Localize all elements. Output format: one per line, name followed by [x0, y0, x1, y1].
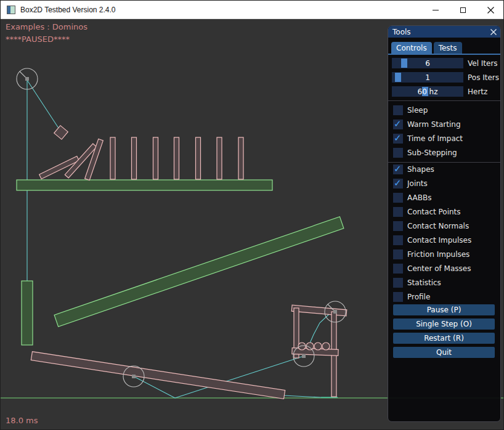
checkbox-label: Joints: [407, 179, 428, 188]
tools-panel-titlebar[interactable]: Tools: [388, 26, 500, 38]
checkbox-sub-stepping[interactable]: Sub-Stepping: [393, 147, 457, 158]
close-icon: [490, 29, 497, 35]
checkbox-box[interactable]: [393, 221, 403, 231]
vel-iters-value: 6: [392, 58, 463, 68]
pos-iters-label: Pos Iters: [468, 73, 499, 82]
vel-iters-slider-row: 6Vel Iters: [392, 58, 498, 68]
checkbox-label: Sleep: [407, 106, 428, 115]
hertz-slider[interactable]: 60 hz: [392, 86, 463, 97]
tools-panel-title: Tools: [392, 28, 411, 36]
checkbox-box[interactable]: [393, 264, 403, 274]
window-titlebar: Box2D Testbed Version 2.4.0: [1, 1, 504, 19]
upright-domino: [132, 137, 137, 179]
window-title: Box2D Testbed Version 2.4.0: [20, 6, 116, 14]
checkbox-box[interactable]: [393, 148, 403, 158]
check-icon: ✓: [394, 132, 402, 144]
joint-anchors: [25, 77, 337, 378]
checkbox-label: Warm Starting: [407, 120, 461, 129]
checkbox-contact-impulses[interactable]: Contact Impulses: [393, 235, 471, 245]
checkbox-profile[interactable]: Profile: [393, 291, 430, 302]
checkbox-center-of-masses[interactable]: Center of Masses: [393, 263, 471, 274]
checkbox-contact-points[interactable]: Contact Points: [393, 206, 461, 217]
hertz-slider-row: 60 hzHertz: [392, 86, 487, 97]
app-icon: [7, 6, 15, 14]
checkbox-shapes[interactable]: ✓Shapes: [393, 164, 434, 174]
checkbox-box[interactable]: [393, 193, 403, 203]
checkbox-label: AABBs: [407, 193, 431, 202]
minimize-icon: [433, 10, 439, 10]
frame-time-label: 18.0 ms: [6, 416, 38, 425]
domino-platform: [17, 180, 272, 190]
ball: [314, 343, 322, 350]
checkbox-friction-impulses[interactable]: Friction Impulses: [393, 249, 469, 259]
check-icon: ✓: [394, 177, 402, 189]
checkbox-aabbs[interactable]: AABBs: [393, 192, 431, 203]
checkbox-time-of-impact[interactable]: ✓Time of Impact: [393, 133, 463, 144]
checkbox-contact-normals[interactable]: Contact Normals: [393, 221, 469, 231]
restart-r-button[interactable]: Restart (R): [393, 333, 495, 344]
paused-label: ****PAUSED****: [6, 34, 70, 44]
minimize-button[interactable]: [421, 1, 449, 19]
seesaw-plank: [31, 352, 285, 399]
check-icon: ✓: [394, 118, 402, 129]
upright-domino: [174, 137, 179, 179]
app-window: Box2D Testbed Version 2.4.0: [0, 0, 504, 430]
checkbox-box[interactable]: [393, 292, 403, 302]
checkbox-box[interactable]: [393, 207, 403, 217]
checkbox-box[interactable]: [393, 249, 403, 259]
hertz-value: 60 hz: [392, 86, 463, 97]
checkbox-box[interactable]: ✓: [393, 179, 403, 189]
pause-p-button[interactable]: Pause (P): [393, 304, 495, 315]
tools-panel: Tools Controls Tests 6Vel Iters1Pos Iter…: [388, 25, 501, 422]
tab-tests[interactable]: Tests: [434, 42, 462, 55]
upright-domino: [196, 137, 201, 179]
upright-domino: [110, 137, 115, 179]
check-icon: ✓: [394, 163, 402, 174]
upright-domino: [217, 137, 222, 179]
pos-iters-slider-row: 1Pos Iters: [392, 72, 499, 83]
tab-underline: [388, 54, 500, 55]
quit-button[interactable]: Quit: [393, 347, 495, 358]
checkbox-label: Shapes: [407, 165, 434, 174]
pos-iters-value: 1: [392, 72, 463, 83]
example-label: Examples : Dominos: [6, 22, 87, 31]
tab-controls[interactable]: Controls: [391, 42, 432, 55]
checkbox-statistics[interactable]: Statistics: [393, 277, 441, 288]
close-icon: [487, 7, 494, 14]
frame-top-beam: [291, 305, 347, 316]
pendulum-box: [54, 126, 68, 140]
checkbox-box[interactable]: ✓: [393, 120, 403, 129]
separator: [388, 162, 500, 163]
checkbox-warm-starting[interactable]: ✓Warm Starting: [393, 119, 461, 129]
checkbox-label: Statistics: [407, 278, 441, 287]
checkbox-box[interactable]: [393, 105, 403, 115]
checkbox-label: Contact Normals: [407, 222, 469, 230]
checkbox-label: Time of Impact: [407, 134, 463, 143]
separator: [388, 100, 500, 101]
checkbox-joints[interactable]: ✓Joints: [393, 178, 428, 189]
checkbox-box[interactable]: ✓: [393, 164, 403, 174]
checkbox-label: Friction Impulses: [407, 250, 469, 259]
checkbox-label: Profile: [407, 293, 430, 301]
checkbox-box[interactable]: [393, 278, 403, 288]
maximize-button[interactable]: [449, 1, 477, 19]
simulation-canvas[interactable]: Examples : Dominos ****PAUSED**** 18.0 m…: [1, 19, 504, 430]
single-step-o-button[interactable]: Single Step (O): [393, 318, 495, 330]
vel-iters-slider[interactable]: 6: [392, 58, 463, 68]
pos-iters-slider[interactable]: 1: [392, 72, 463, 83]
checkbox-box[interactable]: ✓: [393, 134, 403, 144]
close-button[interactable]: [477, 1, 504, 19]
ball: [322, 343, 330, 350]
checkbox-label: Contact Points: [407, 208, 461, 216]
vel-iters-label: Vel Iters: [468, 59, 498, 68]
checkbox-label: Center of Masses: [407, 264, 471, 273]
maximize-icon: [460, 7, 466, 13]
vertical-green-block: [22, 281, 33, 345]
checkbox-label: Contact Impulses: [407, 236, 471, 245]
upright-domino: [153, 137, 158, 179]
hertz-label: Hertz: [468, 87, 487, 96]
checkbox-label: Sub-Stepping: [407, 148, 457, 157]
tools-close-button[interactable]: [489, 27, 498, 36]
checkbox-box[interactable]: [393, 235, 403, 245]
checkbox-sleep[interactable]: Sleep: [393, 105, 428, 115]
